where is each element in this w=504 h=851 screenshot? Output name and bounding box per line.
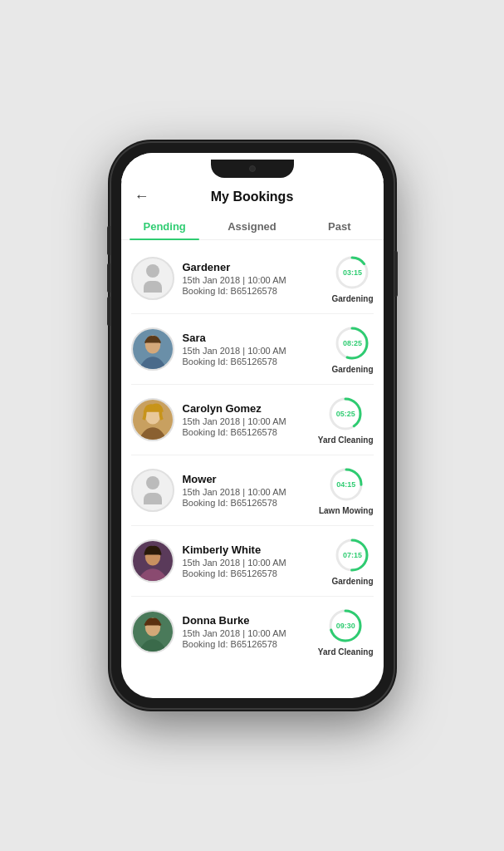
avatar-placeholder-icon xyxy=(133,258,173,298)
booking-name: Sara xyxy=(183,332,325,344)
booking-name: Gardener xyxy=(183,261,325,273)
list-item[interactable]: Mower 15th Jan 2018 | 10:00 AM Booking I… xyxy=(131,455,374,526)
service-label: Gardening xyxy=(331,365,373,374)
timer-text: 08:25 xyxy=(343,339,362,347)
list-item[interactable]: Gardener 15th Jan 2018 | 10:00 AM Bookin… xyxy=(131,243,374,314)
circle-timer: 08:25 xyxy=(333,324,371,362)
list-item[interactable]: Donna Burke 15th Jan 2018 | 10:00 AM Boo… xyxy=(131,597,374,667)
tab-pending[interactable]: Pending xyxy=(121,212,208,239)
app-content: ← My Bookings Pending Assigned Past Gard… xyxy=(121,181,384,698)
booking-date: 15th Jan 2018 | 10:00 AM xyxy=(183,628,311,638)
booking-info: Donna Burke 15th Jan 2018 | 10:00 AM Boo… xyxy=(183,614,311,649)
timer-text: 09:30 xyxy=(336,622,355,630)
booking-id: Booking Id: B65126578 xyxy=(183,286,325,296)
booking-name: Donna Burke xyxy=(183,614,311,627)
booking-id: Booking Id: B65126578 xyxy=(183,639,311,649)
timer-text: 03:15 xyxy=(343,268,362,277)
timer-text: 05:25 xyxy=(336,410,355,418)
notch xyxy=(211,160,294,178)
service-label: Yard Cleaning xyxy=(318,647,374,657)
list-item[interactable]: Carolyn Gomez 15th Jan 2018 | 10:00 AM B… xyxy=(131,385,374,455)
list-item[interactable]: Kimberly White 15th Jan 2018 | 10:00 AM … xyxy=(131,526,374,597)
booking-info: Mower 15th Jan 2018 | 10:00 AM Booking I… xyxy=(183,473,312,508)
booking-info: Gardener 15th Jan 2018 | 10:00 AM Bookin… xyxy=(183,261,325,296)
service-label: Gardening xyxy=(331,294,373,303)
list-item[interactable]: Sara 15th Jan 2018 | 10:00 AM Booking Id… xyxy=(131,314,374,385)
service-label: Lawn Mowing xyxy=(319,506,374,515)
circle-timer: 03:15 xyxy=(333,253,371,292)
booking-date: 15th Jan 2018 | 10:00 AM xyxy=(183,275,325,285)
header: ← My Bookings xyxy=(121,181,384,212)
booking-status: 08:25 Gardening xyxy=(331,324,373,374)
tab-past[interactable]: Past xyxy=(296,212,383,239)
booking-info: Carolyn Gomez 15th Jan 2018 | 10:00 AM B… xyxy=(183,402,311,437)
notch-area xyxy=(121,153,384,181)
page-title: My Bookings xyxy=(211,189,294,204)
phone-shell: ← My Bookings Pending Assigned Past Gard… xyxy=(111,143,394,708)
service-label: Yard Cleaning xyxy=(318,435,374,445)
booking-id: Booking Id: B65126578 xyxy=(183,568,325,578)
booking-name: Kimberly White xyxy=(183,544,325,556)
booking-info: Kimberly White 15th Jan 2018 | 10:00 AM … xyxy=(183,544,325,578)
booking-name: Mower xyxy=(183,473,312,485)
booking-status: 04:15 Lawn Mowing xyxy=(319,465,374,515)
circle-timer: 09:30 xyxy=(326,607,365,645)
avatar xyxy=(131,539,174,583)
avatar xyxy=(131,610,174,653)
booking-date: 15th Jan 2018 | 10:00 AM xyxy=(183,558,325,568)
avatar xyxy=(131,327,174,371)
booking-id: Booking Id: B65126578 xyxy=(183,498,312,508)
camera xyxy=(249,165,256,172)
tab-assigned[interactable]: Assigned xyxy=(208,212,296,239)
booking-id: Booking Id: B65126578 xyxy=(183,357,325,366)
phone-screen: ← My Bookings Pending Assigned Past Gard… xyxy=(121,153,384,698)
booking-id: Booking Id: B65126578 xyxy=(183,427,311,437)
timer-text: 07:15 xyxy=(343,551,362,559)
back-button[interactable]: ← xyxy=(135,188,149,205)
avatar-placeholder-icon xyxy=(133,470,173,510)
circle-timer: 07:15 xyxy=(333,536,371,574)
booking-status: 05:25 Yard Cleaning xyxy=(318,395,374,445)
service-label: Gardening xyxy=(331,577,373,586)
booking-status: 03:15 Gardening xyxy=(331,253,373,303)
timer-text: 04:15 xyxy=(336,480,355,489)
circle-timer: 04:15 xyxy=(327,465,365,504)
booking-status: 09:30 Yard Cleaning xyxy=(318,607,374,657)
booking-date: 15th Jan 2018 | 10:00 AM xyxy=(183,487,312,497)
booking-info: Sara 15th Jan 2018 | 10:00 AM Booking Id… xyxy=(183,332,325,366)
avatar xyxy=(131,257,174,300)
avatar xyxy=(131,469,174,512)
tabs: Pending Assigned Past xyxy=(121,212,384,240)
circle-timer: 05:25 xyxy=(326,395,365,433)
booking-list: Gardener 15th Jan 2018 | 10:00 AM Bookin… xyxy=(121,243,384,698)
avatar xyxy=(131,398,174,441)
booking-status: 07:15 Gardening xyxy=(331,536,373,586)
booking-date: 15th Jan 2018 | 10:00 AM xyxy=(183,416,311,426)
booking-name: Carolyn Gomez xyxy=(183,402,311,415)
booking-date: 15th Jan 2018 | 10:00 AM xyxy=(183,346,325,356)
